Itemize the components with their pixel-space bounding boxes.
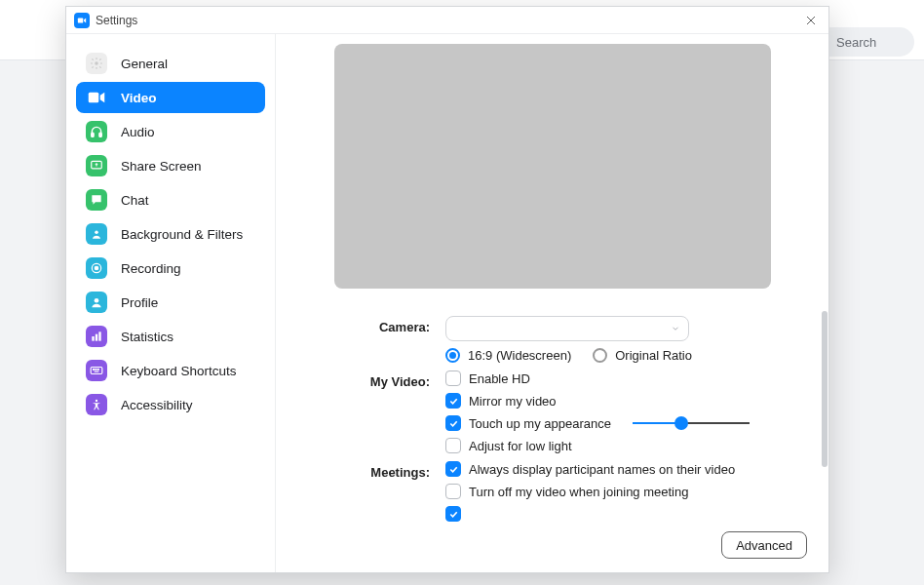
sidebar-item-keyboard[interactable]: Keyboard Shortcuts xyxy=(76,355,265,386)
sidebar-item-profile[interactable]: Profile xyxy=(76,287,265,318)
sidebar-item-label: Keyboard Shortcuts xyxy=(121,364,237,378)
camera-label: Camera: xyxy=(299,316,445,363)
svg-rect-7 xyxy=(92,133,94,136)
svg-point-10 xyxy=(95,231,98,235)
sidebar-item-label: Chat xyxy=(121,193,149,208)
radio-original[interactable] xyxy=(593,348,607,363)
svg-rect-8 xyxy=(99,133,101,136)
scrollbar[interactable] xyxy=(822,311,828,467)
search-placeholder: Search xyxy=(836,35,876,50)
radio-original-label: Original Ratio xyxy=(615,348,692,363)
statistics-icon xyxy=(86,326,107,347)
advanced-button-label: Advanced xyxy=(736,538,792,553)
headphones-icon xyxy=(86,121,107,142)
checkbox-mirror-label: Mirror my video xyxy=(469,394,557,409)
sidebar-item-label: Accessibility xyxy=(121,398,193,412)
svg-rect-6 xyxy=(89,93,99,103)
checkbox-touchup[interactable] xyxy=(445,415,461,431)
share-screen-icon xyxy=(86,155,107,176)
svg-rect-15 xyxy=(96,334,97,341)
sidebar-item-label: Share Screen xyxy=(121,159,202,174)
svg-point-5 xyxy=(95,61,98,65)
sidebar-item-label: Profile xyxy=(121,295,158,310)
profile-icon xyxy=(86,292,107,313)
checkbox-touchup-label: Touch up my appearance xyxy=(469,416,611,431)
radio-16-9[interactable] xyxy=(445,348,460,363)
sidebar-item-label: Background & Filters xyxy=(121,227,243,242)
accessibility-icon xyxy=(86,394,107,415)
checkbox-mirror[interactable] xyxy=(445,393,461,409)
sidebar-item-statistics[interactable]: Statistics xyxy=(76,321,265,352)
sidebar-item-video[interactable]: Video xyxy=(76,82,265,113)
chat-icon xyxy=(86,189,107,211)
checkbox-turnoff-join-label: Turn off my video when joining meeting xyxy=(469,485,688,499)
svg-point-12 xyxy=(95,266,98,270)
svg-point-19 xyxy=(96,369,96,370)
sidebar-item-label: Video xyxy=(121,91,157,105)
sidebar-item-label: Recording xyxy=(121,261,181,276)
checkbox-low-light-label: Adjust for low light xyxy=(469,439,572,453)
background-icon xyxy=(86,223,107,245)
slider-thumb[interactable] xyxy=(674,416,688,430)
chevron-down-icon xyxy=(671,324,680,333)
radio-16-9-label: 16:9 (Widescreen) xyxy=(468,348,571,363)
svg-point-20 xyxy=(97,369,98,370)
advanced-button[interactable]: Advanced xyxy=(721,531,807,559)
svg-point-22 xyxy=(96,400,97,402)
sidebar-item-share-screen[interactable]: Share Screen xyxy=(76,150,265,181)
gear-icon xyxy=(86,53,107,74)
sidebar-item-audio[interactable]: Audio xyxy=(76,116,265,147)
checkbox-always-names[interactable] xyxy=(445,461,461,477)
video-settings-page: Camera: 16:9 (Widescreen) Original Ratio xyxy=(276,34,828,572)
sidebar-item-label: Audio xyxy=(121,125,155,139)
svg-rect-17 xyxy=(91,368,102,374)
camera-select[interactable] xyxy=(445,316,689,341)
dialog-title: Settings xyxy=(96,14,137,27)
dialog-titlebar: Settings xyxy=(66,7,828,34)
recording-icon xyxy=(86,257,107,279)
sidebar-item-chat[interactable]: Chat xyxy=(76,184,265,215)
sidebar-item-label: General xyxy=(121,57,168,71)
checkbox-turnoff-join[interactable] xyxy=(445,484,461,499)
sidebar-item-background[interactable]: Background & Filters xyxy=(76,218,265,250)
annotation-arrow xyxy=(828,361,828,439)
checkbox-always-names-label: Always display participant names on thei… xyxy=(469,462,735,477)
meetings-label: Meetings: xyxy=(299,461,445,522)
svg-point-13 xyxy=(95,298,99,303)
svg-point-18 xyxy=(94,369,95,370)
keyboard-icon xyxy=(86,360,107,381)
touchup-slider[interactable] xyxy=(633,416,750,430)
svg-rect-2 xyxy=(78,18,83,22)
svg-rect-16 xyxy=(98,332,100,340)
settings-sidebar: General Video Audio Share Screen xyxy=(66,34,276,572)
sidebar-item-label: Statistics xyxy=(121,330,173,344)
checkbox-enable-hd-label: Enable HD xyxy=(469,371,530,386)
my-video-label: My Video: xyxy=(299,370,445,453)
checkbox-low-light[interactable] xyxy=(445,438,461,453)
app-icon xyxy=(74,13,90,28)
checkbox-enable-hd[interactable] xyxy=(445,370,461,386)
sidebar-item-general[interactable]: General xyxy=(76,48,265,79)
close-button[interactable] xyxy=(799,9,823,32)
svg-rect-14 xyxy=(92,336,94,341)
settings-dialog: Settings General Video xyxy=(65,6,829,573)
sidebar-item-accessibility[interactable]: Accessibility xyxy=(76,389,265,420)
video-preview xyxy=(334,44,771,289)
close-icon xyxy=(805,15,817,26)
sidebar-item-recording[interactable]: Recording xyxy=(76,253,265,284)
camera-icon xyxy=(86,87,107,108)
checkbox-partial[interactable] xyxy=(445,506,461,522)
